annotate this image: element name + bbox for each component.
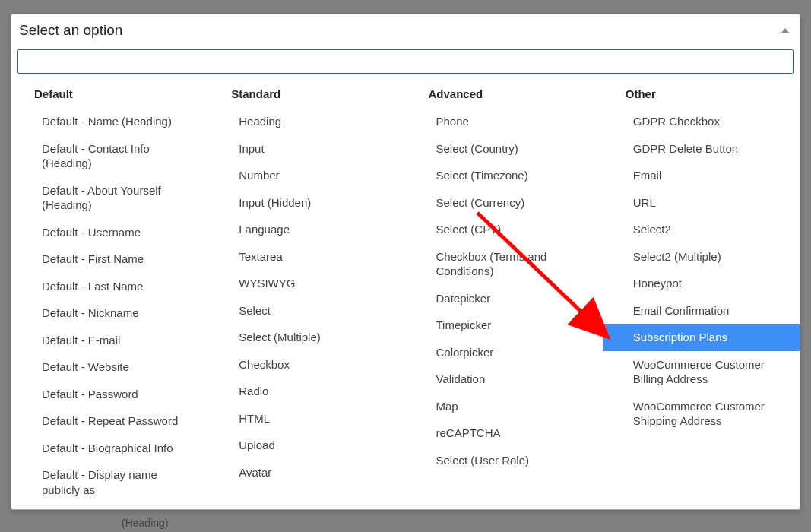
option-item[interactable]: Default - Biographical Info xyxy=(11,435,208,462)
option-item[interactable]: WYSIWYG xyxy=(208,270,405,297)
option-item[interactable]: Checkbox xyxy=(208,351,405,378)
option-item[interactable]: Default - First Name xyxy=(11,245,208,273)
select-dropdown-panel: Select an option DefaultDefault - Name (… xyxy=(11,14,800,510)
option-item[interactable]: Subscription Plans xyxy=(603,324,800,351)
option-item[interactable]: Heading xyxy=(208,108,405,135)
search-input[interactable] xyxy=(17,49,794,74)
option-item[interactable]: Honeypot xyxy=(603,270,800,297)
option-item[interactable]: Timepicker xyxy=(406,312,603,339)
group-heading: Advanced xyxy=(406,81,603,108)
option-column: StandardHeadingInputNumberInput (Hidden)… xyxy=(208,81,405,503)
option-item[interactable]: Upload xyxy=(208,432,405,459)
option-item[interactable]: Phone xyxy=(406,108,603,135)
option-item[interactable]: Validation xyxy=(406,366,603,393)
option-item[interactable]: Default - Display name publicly as xyxy=(11,461,208,503)
option-item[interactable]: Select (CPT) xyxy=(406,216,603,243)
option-item[interactable]: Select (User Role) xyxy=(406,447,603,474)
background-cutoff-text: (Heading) xyxy=(122,517,168,529)
option-item[interactable]: Select2 (Multiple) xyxy=(603,243,800,271)
option-item[interactable]: Avatar xyxy=(208,459,405,486)
chevron-up-icon xyxy=(781,28,789,33)
dropdown-header[interactable]: Select an option xyxy=(11,14,800,46)
option-item[interactable]: Default - Name (Heading) xyxy=(11,108,208,135)
option-item[interactable]: HTML xyxy=(208,405,405,432)
option-item[interactable]: Default - E-mail xyxy=(11,327,208,354)
option-item[interactable]: Default - Contact Info (Heading) xyxy=(11,135,208,177)
option-item[interactable]: Default - Username xyxy=(11,219,208,246)
option-item[interactable]: Select (Timezone) xyxy=(406,162,603,189)
search-wrap xyxy=(11,46,800,78)
option-item[interactable]: Select2 xyxy=(603,216,800,243)
option-item[interactable]: reCAPTCHA xyxy=(406,420,603,447)
option-item[interactable]: Email Confirmation xyxy=(603,297,800,325)
group-heading: Other xyxy=(603,81,800,108)
option-item[interactable]: WooCommerce Customer Billing Address xyxy=(603,351,800,393)
group-heading: Default xyxy=(11,81,208,108)
option-item[interactable]: Email xyxy=(603,162,800,189)
option-item[interactable]: Map xyxy=(406,393,603,420)
group-heading: Standard xyxy=(208,81,405,108)
option-item[interactable]: Select (Multiple) xyxy=(208,324,405,351)
option-item[interactable]: Default - Last Name xyxy=(11,273,208,300)
option-item[interactable]: WooCommerce Customer Shipping Address xyxy=(603,393,800,435)
option-item[interactable]: Default - About Yourself (Heading) xyxy=(11,177,208,219)
options-columns: DefaultDefault - Name (Heading)Default -… xyxy=(11,78,800,509)
option-item[interactable]: GDPR Delete Button xyxy=(603,135,800,163)
option-item[interactable]: Number xyxy=(208,162,405,189)
option-column: AdvancedPhoneSelect (Country)Select (Tim… xyxy=(406,81,603,503)
option-item[interactable]: URL xyxy=(603,189,800,217)
option-item[interactable]: Radio xyxy=(208,378,405,405)
option-item[interactable]: Default - Password xyxy=(11,381,208,408)
option-item[interactable]: Language xyxy=(208,216,405,243)
option-item[interactable]: Default - Website xyxy=(11,353,208,381)
option-item[interactable]: Select xyxy=(208,297,405,325)
option-column: OtherGDPR CheckboxGDPR Delete ButtonEmai… xyxy=(603,81,800,503)
option-item[interactable]: Textarea xyxy=(208,243,405,271)
dropdown-title: Select an option xyxy=(19,22,122,39)
option-item[interactable]: Checkbox (Terms and Conditions) xyxy=(406,243,603,285)
option-item[interactable]: Select (Currency) xyxy=(406,189,603,217)
option-item[interactable]: GDPR Checkbox xyxy=(603,108,800,135)
option-item[interactable]: Colorpicker xyxy=(406,339,603,366)
option-item[interactable]: Default - Nickname xyxy=(11,299,208,327)
option-item[interactable]: Datepicker xyxy=(406,285,603,312)
option-item[interactable]: Select (Country) xyxy=(406,135,603,163)
option-item[interactable]: Default - Repeat Password xyxy=(11,407,208,435)
option-item[interactable]: Input xyxy=(208,135,405,163)
option-item[interactable]: Input (Hidden) xyxy=(208,189,405,217)
option-column: DefaultDefault - Name (Heading)Default -… xyxy=(11,81,208,503)
